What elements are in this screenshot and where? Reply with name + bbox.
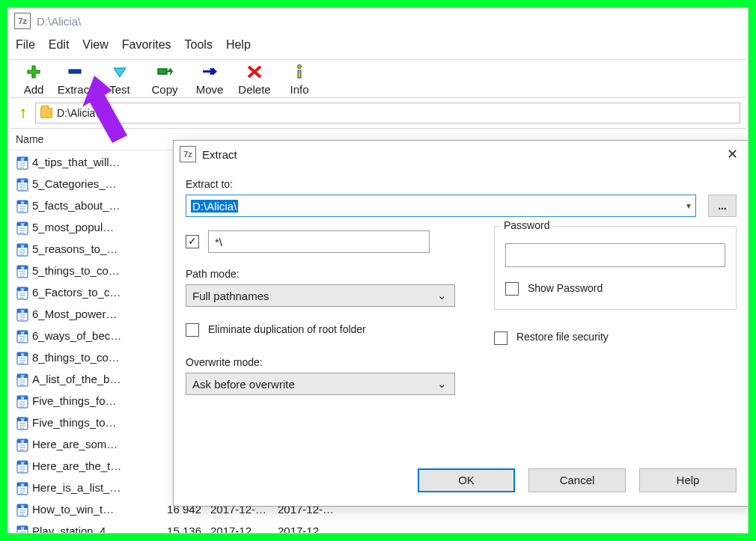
dialog-titlebar: 7z Extract ✕ bbox=[174, 141, 749, 168]
word-doc-icon: W bbox=[16, 351, 29, 366]
file-name: 5_Categories_… bbox=[32, 174, 152, 195]
menu-edit[interactable]: Edit bbox=[49, 38, 70, 52]
svg-text:W: W bbox=[21, 352, 25, 357]
overwrite-select[interactable]: Ask before overwrite ⌄ bbox=[186, 373, 455, 395]
up-folder-icon[interactable]: ⭡ bbox=[16, 107, 31, 119]
column-name[interactable]: Name bbox=[16, 133, 152, 145]
window-title: D:\Alicia\ bbox=[37, 15, 81, 28]
svg-rect-2 bbox=[298, 70, 301, 78]
menu-favorites[interactable]: Favorites bbox=[122, 38, 171, 52]
svg-text:W: W bbox=[21, 396, 25, 400]
chevron-down-icon: ⌄ bbox=[437, 377, 447, 391]
restore-security-checkbox[interactable] bbox=[494, 331, 507, 345]
restore-security-label: Restore file security bbox=[516, 331, 609, 343]
chevron-down-icon: ⌄ bbox=[437, 289, 447, 302]
overwrite-value: Ask before overwrite bbox=[192, 378, 295, 391]
extract-dialog: 7z Extract ✕ Extract to: D:\Alicia\ ▾ ..… bbox=[173, 140, 749, 507]
word-doc-icon: W bbox=[16, 373, 29, 388]
word-doc-icon: W bbox=[16, 329, 29, 344]
password-input[interactable] bbox=[505, 243, 725, 267]
word-doc-icon: W bbox=[16, 286, 29, 301]
copy-button[interactable]: Copy bbox=[143, 64, 186, 96]
svg-text:W: W bbox=[21, 483, 25, 487]
password-group: Password Show Password bbox=[494, 226, 737, 310]
help-button[interactable]: Help bbox=[639, 468, 737, 492]
cancel-button[interactable]: Cancel bbox=[528, 468, 626, 492]
menu-help[interactable]: Help bbox=[226, 38, 251, 52]
window-titlebar: 7z D:\Alicia\ bbox=[8, 8, 748, 34]
table-row[interactable]: WPlay_station_4…15 1362017-12…2017-12… bbox=[16, 521, 748, 534]
svg-text:W: W bbox=[21, 309, 25, 314]
folder-icon bbox=[40, 108, 52, 118]
file-name: 8_things_to_co… bbox=[32, 347, 152, 369]
svg-text:W: W bbox=[21, 418, 25, 422]
file-name: 5_facts_about_… bbox=[32, 195, 152, 217]
file-name: Play_station_4… bbox=[32, 521, 152, 534]
test-button[interactable]: Test bbox=[98, 64, 141, 96]
file-size: 15 136 bbox=[152, 521, 210, 534]
menu-file[interactable]: File bbox=[16, 38, 35, 52]
word-doc-icon: W bbox=[16, 416, 29, 431]
svg-text:W: W bbox=[21, 374, 25, 379]
eliminate-checkbox[interactable] bbox=[186, 323, 199, 337]
svg-text:W: W bbox=[21, 331, 25, 335]
path-mode-value: Full pathnames bbox=[192, 290, 269, 302]
menu-tools[interactable]: Tools bbox=[185, 38, 213, 52]
dialog-title: Extract bbox=[202, 148, 237, 161]
file-name: 5_things_to_co… bbox=[32, 260, 152, 282]
file-name: 6_Most_power… bbox=[32, 304, 152, 325]
address-input[interactable]: D:\Alicia\ bbox=[35, 103, 740, 123]
word-doc-icon: W bbox=[16, 394, 29, 409]
show-password-checkbox[interactable] bbox=[505, 282, 519, 296]
test-label: Test bbox=[98, 83, 141, 96]
path-mode-select[interactable]: Full pathnames ⌄ bbox=[186, 284, 455, 307]
extract-button[interactable]: Extract bbox=[53, 64, 97, 96]
file-created: 2017-12… bbox=[278, 521, 345, 534]
delete-button[interactable]: Delete bbox=[233, 64, 276, 96]
menu-view[interactable]: View bbox=[82, 38, 108, 52]
subpath-checkbox[interactable] bbox=[186, 235, 199, 248]
word-doc-icon: W bbox=[16, 264, 29, 279]
browse-button[interactable]: ... bbox=[708, 195, 737, 217]
add-button[interactable]: Add bbox=[16, 64, 52, 96]
add-label: Add bbox=[16, 83, 52, 96]
file-name: 5_most_popul… bbox=[32, 217, 152, 239]
address-bar: ⭡ D:\Alicia\ bbox=[8, 98, 748, 128]
move-button[interactable]: Move bbox=[188, 64, 231, 96]
word-doc-icon: W bbox=[16, 156, 29, 171]
svg-text:W: W bbox=[21, 439, 25, 444]
chevron-down-icon: ▾ bbox=[686, 201, 691, 211]
extract-to-combobox[interactable]: D:\Alicia\ ▾ bbox=[186, 195, 696, 217]
file-name: 4_tips_that_will… bbox=[32, 152, 152, 174]
svg-rect-0 bbox=[69, 70, 81, 73]
file-name: Here_are_som… bbox=[32, 434, 152, 456]
address-path: D:\Alicia\ bbox=[57, 107, 98, 119]
file-modified: 2017-12… bbox=[210, 521, 278, 534]
info-label: Info bbox=[278, 83, 321, 96]
file-name: How_to_win_t… bbox=[32, 499, 152, 521]
file-name: 6_ways_of_bec… bbox=[32, 325, 152, 347]
word-doc-icon: W bbox=[16, 242, 29, 257]
word-doc-icon: W bbox=[16, 308, 29, 323]
word-doc-icon: W bbox=[16, 459, 29, 474]
svg-text:W: W bbox=[21, 526, 25, 531]
password-label: Password bbox=[501, 219, 552, 231]
file-name: Five_things_fo… bbox=[32, 391, 152, 412]
word-doc-icon: W bbox=[16, 525, 29, 534]
app-icon-7z: 7z bbox=[180, 146, 196, 162]
ok-button[interactable]: OK bbox=[418, 468, 515, 492]
extract-to-label: Extract to: bbox=[186, 178, 737, 190]
svg-text:W: W bbox=[21, 179, 25, 183]
svg-text:W: W bbox=[21, 201, 25, 205]
svg-text:W: W bbox=[21, 222, 25, 227]
svg-text:W: W bbox=[21, 504, 25, 509]
close-icon[interactable]: ✕ bbox=[724, 146, 741, 162]
svg-text:W: W bbox=[21, 157, 25, 162]
word-doc-icon: W bbox=[16, 481, 29, 496]
svg-point-1 bbox=[298, 65, 302, 69]
overwrite-label: Overwrite mode: bbox=[186, 356, 455, 368]
word-doc-icon: W bbox=[16, 221, 29, 236]
info-button[interactable]: Info bbox=[278, 64, 321, 96]
svg-text:W: W bbox=[21, 266, 25, 270]
subpath-input[interactable]: *\ bbox=[208, 230, 430, 253]
